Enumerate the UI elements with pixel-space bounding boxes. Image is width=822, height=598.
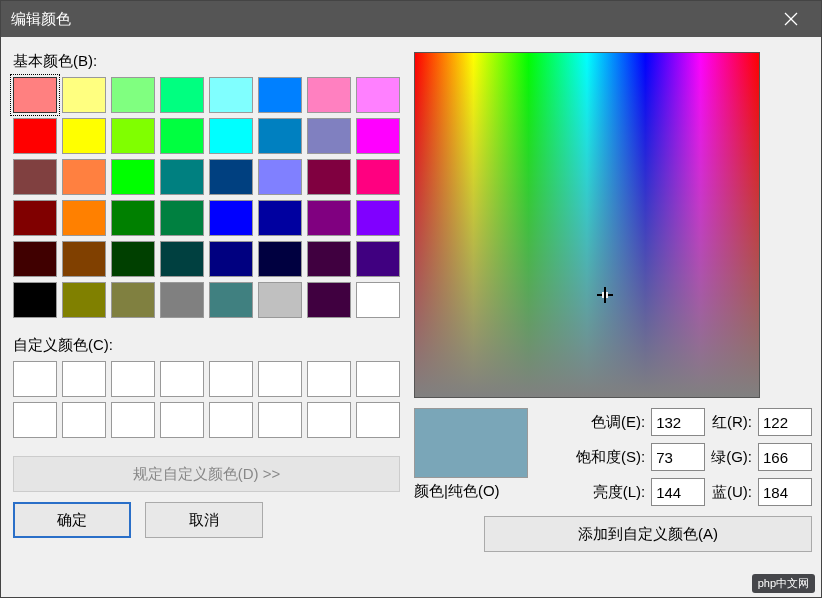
basic-color-swatch[interactable]	[307, 241, 351, 277]
basic-color-swatch[interactable]	[111, 77, 155, 113]
add-custom-button[interactable]: 添加到自定义颜色(A)	[484, 516, 812, 552]
window-title: 编辑颜色	[11, 10, 71, 29]
basic-colors-label: 基本颜色(B):	[13, 52, 400, 71]
basic-color-swatch[interactable]	[307, 200, 351, 236]
basic-color-swatch[interactable]	[258, 200, 302, 236]
cancel-button[interactable]: 取消	[145, 502, 263, 538]
custom-color-swatch[interactable]	[111, 402, 155, 438]
custom-color-swatch[interactable]	[13, 361, 57, 397]
basic-color-swatch[interactable]	[356, 282, 400, 318]
custom-color-swatch[interactable]	[356, 361, 400, 397]
watermark: php中文网	[752, 574, 815, 593]
custom-color-swatch[interactable]	[160, 402, 204, 438]
basic-color-swatch[interactable]	[258, 159, 302, 195]
basic-color-swatch[interactable]	[258, 118, 302, 154]
basic-color-swatch[interactable]	[62, 77, 106, 113]
basic-color-swatch[interactable]	[209, 282, 253, 318]
basic-color-swatch[interactable]	[62, 118, 106, 154]
custom-color-swatch[interactable]	[307, 361, 351, 397]
basic-color-swatch[interactable]	[356, 118, 400, 154]
basic-color-swatch[interactable]	[13, 118, 57, 154]
hue-label: 色调(E):	[576, 413, 645, 432]
basic-color-swatch[interactable]	[307, 159, 351, 195]
green-label: 绿(G):	[711, 448, 752, 467]
custom-colors-label: 自定义颜色(C):	[13, 336, 400, 355]
sat-input[interactable]	[651, 443, 705, 471]
basic-color-swatch[interactable]	[209, 118, 253, 154]
red-input[interactable]	[758, 408, 812, 436]
blue-input[interactable]	[758, 478, 812, 506]
close-button[interactable]	[771, 1, 811, 37]
basic-color-swatch[interactable]	[111, 282, 155, 318]
basic-color-swatch[interactable]	[62, 282, 106, 318]
basic-color-swatch[interactable]	[356, 159, 400, 195]
custom-color-swatch[interactable]	[62, 361, 106, 397]
basic-color-swatch[interactable]	[209, 241, 253, 277]
custom-color-swatch[interactable]	[209, 361, 253, 397]
hue-input[interactable]	[651, 408, 705, 436]
basic-color-swatch[interactable]	[111, 118, 155, 154]
basic-color-grid	[13, 77, 400, 318]
basic-color-swatch[interactable]	[307, 282, 351, 318]
basic-color-swatch[interactable]	[160, 200, 204, 236]
basic-color-swatch[interactable]	[307, 118, 351, 154]
basic-color-swatch[interactable]	[258, 77, 302, 113]
basic-color-swatch[interactable]	[356, 241, 400, 277]
basic-color-swatch[interactable]	[13, 282, 57, 318]
custom-color-swatch[interactable]	[258, 402, 302, 438]
color-solid-label: 颜色|纯色(O)	[414, 482, 500, 501]
custom-color-swatch[interactable]	[13, 402, 57, 438]
basic-color-swatch[interactable]	[209, 159, 253, 195]
basic-color-swatch[interactable]	[62, 200, 106, 236]
sat-label: 饱和度(S):	[576, 448, 645, 467]
basic-color-swatch[interactable]	[356, 77, 400, 113]
basic-color-swatch[interactable]	[160, 282, 204, 318]
color-field[interactable]	[414, 52, 760, 398]
basic-color-swatch[interactable]	[62, 159, 106, 195]
basic-color-swatch[interactable]	[356, 200, 400, 236]
basic-color-swatch[interactable]	[111, 241, 155, 277]
lum-input[interactable]	[651, 478, 705, 506]
basic-color-swatch[interactable]	[258, 282, 302, 318]
basic-color-swatch[interactable]	[209, 200, 253, 236]
basic-color-swatch[interactable]	[160, 241, 204, 277]
blue-label: 蓝(U):	[711, 483, 752, 502]
custom-color-swatch[interactable]	[307, 402, 351, 438]
basic-color-swatch[interactable]	[160, 159, 204, 195]
basic-color-swatch[interactable]	[13, 241, 57, 277]
lum-label: 亮度(L):	[576, 483, 645, 502]
ok-button[interactable]: 确定	[13, 502, 131, 538]
custom-color-swatch[interactable]	[258, 361, 302, 397]
basic-color-swatch[interactable]	[160, 118, 204, 154]
define-custom-button[interactable]: 规定自定义颜色(D) >>	[13, 456, 400, 492]
basic-color-swatch[interactable]	[13, 77, 57, 113]
red-label: 红(R):	[711, 413, 752, 432]
basic-color-swatch[interactable]	[111, 200, 155, 236]
basic-color-swatch[interactable]	[307, 77, 351, 113]
basic-color-swatch[interactable]	[111, 159, 155, 195]
green-input[interactable]	[758, 443, 812, 471]
basic-color-swatch[interactable]	[62, 241, 106, 277]
custom-color-swatch[interactable]	[111, 361, 155, 397]
custom-color-swatch[interactable]	[356, 402, 400, 438]
basic-color-swatch[interactable]	[160, 77, 204, 113]
basic-color-swatch[interactable]	[209, 77, 253, 113]
custom-color-swatch[interactable]	[209, 402, 253, 438]
basic-color-swatch[interactable]	[13, 200, 57, 236]
basic-color-swatch[interactable]	[258, 241, 302, 277]
color-preview	[414, 408, 528, 478]
custom-color-grid	[13, 361, 400, 438]
custom-color-swatch[interactable]	[160, 361, 204, 397]
basic-color-swatch[interactable]	[13, 159, 57, 195]
close-icon	[784, 12, 798, 26]
custom-color-swatch[interactable]	[62, 402, 106, 438]
